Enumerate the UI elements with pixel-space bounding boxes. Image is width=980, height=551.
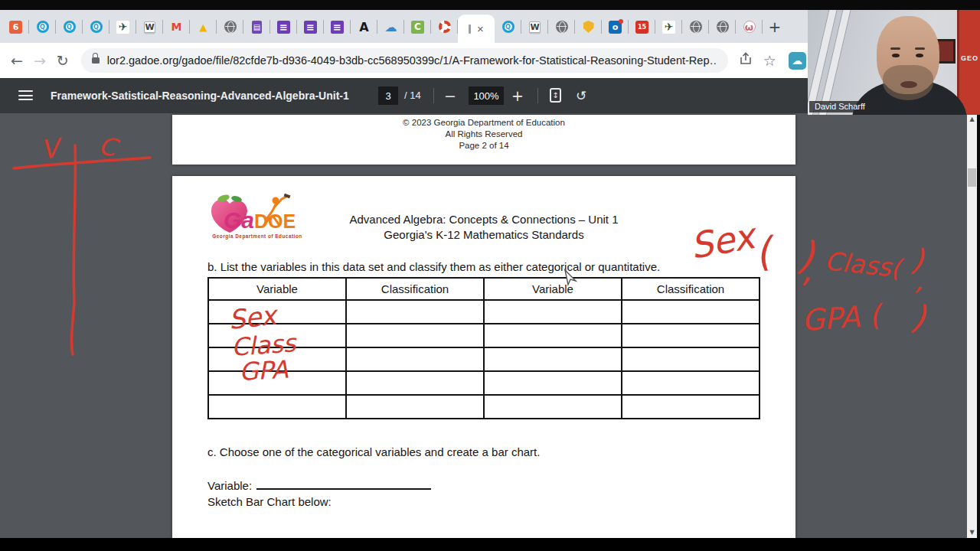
browser-tab[interactable]: Q xyxy=(56,11,83,43)
page2-footer-line2: All Rights Reserved xyxy=(172,129,795,140)
sketch-bar-chart-label: Sketch Bar Chart below: xyxy=(207,495,332,508)
owl-favicon-icon: ω xyxy=(743,21,756,33)
browser-tab[interactable]: ☁ xyxy=(377,11,404,43)
browser-tab[interactable] xyxy=(709,11,736,43)
iq-favicon-icon: Q xyxy=(90,21,103,33)
browser-tab[interactable]: Q xyxy=(29,11,56,43)
pdf-viewport[interactable]: © 2023 Georgia Department of Education A… xyxy=(0,113,980,538)
browser-tab[interactable]: Q xyxy=(83,11,109,43)
new-tab-button[interactable]: + xyxy=(763,11,787,43)
browser-tab[interactable]: 15 xyxy=(629,11,655,43)
browser-tab[interactable]: C xyxy=(404,11,431,43)
table-cell xyxy=(346,300,484,324)
padlock-icon xyxy=(92,57,100,64)
shield-favicon-icon xyxy=(583,21,594,33)
table-cell xyxy=(346,324,484,347)
url-text[interactable]: lor2.gadoe.org/gadoe/file/82cfde7b-d936-… xyxy=(107,54,717,67)
red-banner-decor xyxy=(957,10,980,115)
toolbar-divider xyxy=(433,88,434,103)
scroll-up-icon[interactable]: ▲ xyxy=(967,116,977,122)
browser-tab[interactable]: 6 xyxy=(2,11,29,43)
page-number-input[interactable]: 3 xyxy=(378,86,398,105)
rotate-ccw-icon[interactable]: ↺ xyxy=(576,78,586,113)
gmail-favicon-icon: M xyxy=(170,21,183,34)
browser-tab[interactable]: ✈ xyxy=(109,11,136,43)
share-icon[interactable] xyxy=(739,52,753,69)
canvas-favicon-icon xyxy=(439,21,451,33)
variables-table: VariableClassificationVariableClassifica… xyxy=(207,277,760,419)
browser-tab[interactable]: Q xyxy=(495,11,521,43)
table-cell xyxy=(484,347,622,371)
table-cell xyxy=(484,324,622,347)
table-header-cell: Classification xyxy=(622,278,760,300)
zoom-out-button[interactable]: − xyxy=(444,78,456,113)
browser-tab[interactable]: ▲ xyxy=(190,11,217,43)
browser-tab[interactable] xyxy=(575,11,602,43)
active-tab-pdf[interactable]: × xyxy=(458,15,495,43)
forward-button[interactable]: → xyxy=(34,52,46,69)
table-header-cell: Classification xyxy=(346,278,484,300)
browser-tab[interactable]: ≡ xyxy=(297,11,324,43)
pdf-page-3: Ga DOE Georgia Department of Education A… xyxy=(172,176,795,538)
toolbar-divider xyxy=(537,88,538,103)
browser-tab[interactable]: A xyxy=(351,11,377,43)
table-cell xyxy=(208,395,346,419)
doc-favicon-icon: ▤ xyxy=(252,21,262,34)
person-eye xyxy=(916,54,923,57)
page2-footer-line1: © 2023 Georgia Department of Education xyxy=(172,117,795,129)
bottom-black-bar xyxy=(0,538,980,551)
browser-tab[interactable]: ω xyxy=(736,11,763,43)
fit-to-page-icon[interactable]: ↕ xyxy=(550,88,561,103)
zoom-level-value[interactable]: 100% xyxy=(469,86,504,105)
person-brow xyxy=(890,47,900,50)
table-row xyxy=(208,300,760,324)
table-cell xyxy=(622,300,760,324)
browser-tab[interactable] xyxy=(431,11,458,43)
tab-group-right: QWo15✈ω xyxy=(495,11,763,43)
browser-tab[interactable] xyxy=(682,11,709,43)
pdf-scrollbar[interactable]: ▲ ▼ xyxy=(967,113,977,538)
browser-tab[interactable] xyxy=(217,11,243,43)
question-b-text: b. List the variables in this data set a… xyxy=(207,260,660,273)
table-cell xyxy=(622,347,760,371)
browser-tab[interactable]: ✈ xyxy=(655,11,682,43)
address-bar[interactable]: lor2.gadoe.org/gadoe/file/82cfde7b-d936-… xyxy=(81,48,728,73)
a-favicon-icon: A xyxy=(358,21,371,34)
top-black-strip xyxy=(0,0,980,10)
browser-tab[interactable]: W xyxy=(136,11,163,43)
bookmark-star-icon[interactable]: ☆ xyxy=(763,52,776,69)
table-cell xyxy=(346,395,484,419)
browser-tab[interactable]: o xyxy=(602,11,629,43)
form-favicon-icon: ≡ xyxy=(277,21,290,34)
browser-tab[interactable]: ≡ xyxy=(270,11,297,43)
table-cell xyxy=(622,395,760,419)
table-header-row: VariableClassificationVariableClassifica… xyxy=(208,278,760,300)
zoom-in-button[interactable]: + xyxy=(511,78,524,113)
cloud-favicon-icon: ☁ xyxy=(384,21,397,34)
scrollbar-thumb[interactable] xyxy=(968,168,976,187)
table-cell xyxy=(622,371,760,395)
browser-tab[interactable]: M xyxy=(163,11,190,43)
webcam-video[interactable]: GEO David Scharff xyxy=(808,10,980,115)
table-row xyxy=(208,324,760,347)
person-brow xyxy=(915,47,925,50)
drive-favicon-icon: ▲ xyxy=(197,21,210,34)
tab-group-left: 6QQQ✈WM▲▤≡≡≡A☁C xyxy=(2,11,458,43)
scroll-down-icon[interactable]: ▼ xyxy=(967,529,977,536)
reload-button[interactable]: ↻ xyxy=(57,52,69,69)
back-button[interactable]: ← xyxy=(11,52,23,69)
table-cell xyxy=(622,324,760,347)
hamburger-menu-icon[interactable] xyxy=(18,90,33,100)
browser-tab[interactable] xyxy=(548,11,575,43)
table-row xyxy=(208,395,760,419)
globe-favicon-icon xyxy=(556,21,568,33)
cloud-extension-icon[interactable]: ☁ xyxy=(789,52,806,70)
table-cell xyxy=(208,371,346,395)
close-tab-icon[interactable]: × xyxy=(477,23,484,34)
w-favicon-icon: W xyxy=(144,21,155,33)
browser-tab[interactable]: ≡ xyxy=(324,11,351,43)
browser-tab[interactable]: ▤ xyxy=(243,11,270,43)
screen: 6QQQ✈WM▲▤≡≡≡A☁C × QWo15✈ω + ← → ↻ lor2.g… xyxy=(0,0,980,551)
table-row xyxy=(208,371,760,395)
browser-tab[interactable]: W xyxy=(521,11,548,43)
